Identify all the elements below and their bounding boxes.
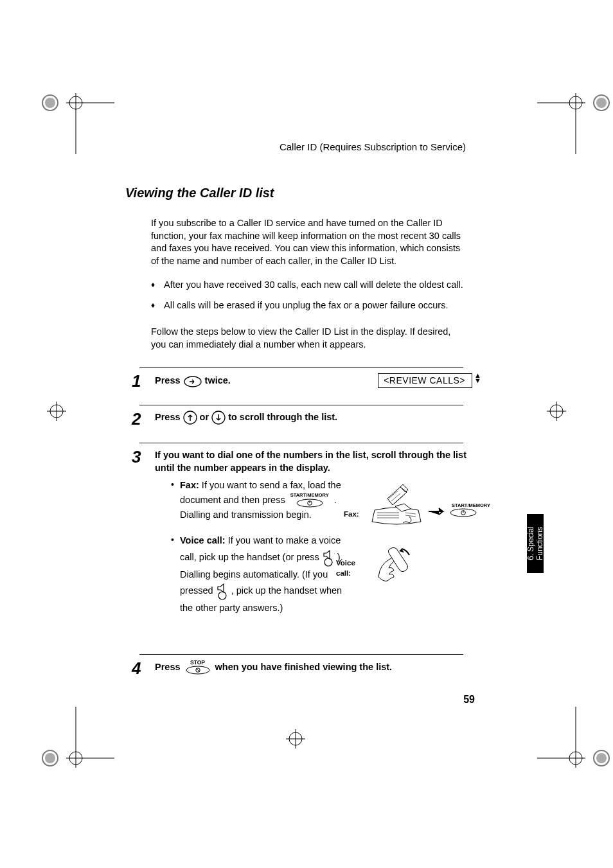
registration-mark-icon bbox=[537, 77, 576, 116]
step-3: 3 If you want to dial one of the numbers… bbox=[132, 448, 479, 622]
svg-point-21 bbox=[45, 753, 55, 763]
intro-paragraph: If you subscribe to a Caller ID service … bbox=[151, 217, 466, 267]
registration-mark-icon bbox=[37, 392, 76, 430]
step1-pre: Press bbox=[155, 375, 181, 385]
step-2: 2 Press or to scroll through the lis bbox=[132, 411, 479, 427]
step3-fax-item: Fax: If you want to send a fax, load the… bbox=[171, 478, 353, 522]
svg-point-1 bbox=[45, 98, 55, 108]
up-arrow-key-icon bbox=[183, 411, 197, 425]
start-memory-key-icon: START/MEMORY bbox=[449, 503, 493, 508]
right-arrow-key-icon bbox=[183, 376, 202, 387]
step2-post: to scroll through the list. bbox=[228, 412, 337, 422]
step-4: 4 Press STOP when you have finished view… bbox=[132, 660, 479, 677]
step3-lead: If you want to dial one of the numbers i… bbox=[155, 450, 466, 473]
step4-pre: Press bbox=[155, 661, 181, 671]
bullet-item: All calls will be erased if you unplug t… bbox=[151, 299, 479, 312]
stop-key-icon: STOP bbox=[183, 660, 213, 675]
registration-mark-icon bbox=[37, 707, 76, 745]
step3-voice-item: Voice call: If you want to make a voice … bbox=[171, 533, 353, 615]
arrow-right-icon bbox=[429, 508, 448, 515]
divider bbox=[139, 367, 463, 368]
registration-mark-icon bbox=[276, 720, 315, 758]
step-number: 3 bbox=[132, 448, 146, 622]
step-number: 1 bbox=[132, 373, 146, 389]
divider bbox=[139, 405, 463, 405]
step-number: 4 bbox=[132, 660, 146, 677]
page: 6. Special Functions 59 Caller ID (Requi… bbox=[0, 0, 613, 868]
pickup-handset-icon bbox=[375, 546, 413, 582]
registration-mark-icon bbox=[37, 77, 76, 116]
registration-mark-icon bbox=[537, 392, 576, 430]
fax-illustration: Fax: bbox=[369, 483, 504, 522]
svg-line-50 bbox=[196, 669, 199, 672]
step1-post: twice. bbox=[205, 375, 231, 385]
speaker-key-icon bbox=[322, 548, 335, 567]
chapter-tab: 6. Special Functions bbox=[527, 514, 544, 573]
speaker-key-icon bbox=[216, 581, 229, 601]
section-title: Viewing the Caller ID list bbox=[125, 186, 479, 200]
step2-pre: Press bbox=[155, 412, 181, 422]
step-number: 2 bbox=[132, 411, 146, 427]
step4-post: when you have finished viewing the list. bbox=[215, 661, 393, 671]
voice-illustration: Voice call: bbox=[369, 546, 504, 585]
svg-point-31 bbox=[596, 753, 607, 763]
illustration-column: Fax: bbox=[369, 474, 504, 599]
start-memory-key-icon: START/MEMORY bbox=[288, 493, 332, 508]
content-area: Caller ID (Requires Subscription to Serv… bbox=[125, 141, 479, 683]
svg-point-8 bbox=[596, 98, 607, 108]
scroll-arrows-icon: ▲▼ bbox=[474, 373, 481, 383]
svg-point-43 bbox=[324, 558, 332, 566]
registration-mark-icon bbox=[537, 707, 576, 745]
lcd-display: <REVIEW CALLS> bbox=[378, 373, 472, 389]
follow-paragraph: Follow the steps below to view the Calle… bbox=[151, 326, 466, 351]
svg-point-44 bbox=[218, 592, 226, 599]
load-document-icon bbox=[369, 483, 427, 528]
fax-label: Fax: bbox=[180, 480, 199, 490]
bullet-item: After you have received 30 calls, each n… bbox=[151, 279, 479, 292]
step2-mid: or bbox=[200, 412, 209, 422]
divider bbox=[139, 443, 463, 443]
running-head: Caller ID (Requires Subscription to Serv… bbox=[125, 141, 479, 152]
divider bbox=[139, 654, 463, 655]
voice-label: Voice call: bbox=[180, 535, 226, 545]
down-arrow-key-icon bbox=[211, 411, 226, 425]
page-number: 59 bbox=[463, 694, 475, 705]
step-1: 1 Press twice. <REVIEW CALLS> ▲▼ bbox=[132, 373, 479, 389]
